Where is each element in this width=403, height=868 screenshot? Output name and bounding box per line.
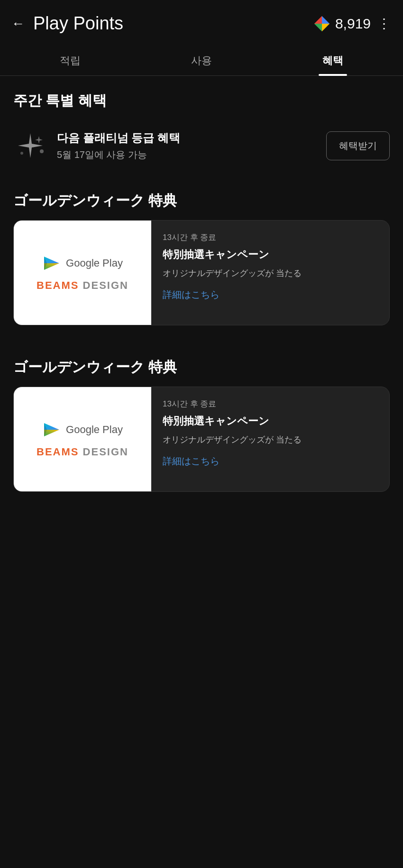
card-1-expires: 13시간 후 종료 bbox=[163, 232, 378, 243]
golden-week-card-2[interactable]: Google Play BEAMS DESIGN 13시간 후 종료 特別抽選キ… bbox=[13, 387, 390, 492]
play-diamond-icon bbox=[313, 15, 330, 32]
weekly-benefit-row: 다음 플래티넘 등급 혜택 5월 17일에 사용 가능 혜택받기 bbox=[0, 120, 403, 171]
svg-marker-1 bbox=[322, 16, 330, 23]
card-2-title: 特別抽選キャンペーン bbox=[163, 414, 378, 429]
golden-week-card-2-section: Google Play BEAMS DESIGN 13시간 후 종료 特別抽選キ… bbox=[0, 387, 403, 509]
tab-bar: 적립 사용 혜택 bbox=[0, 43, 403, 76]
card-2-sub: オリジナルデザイングッズが 当たる bbox=[163, 434, 378, 446]
google-play-logo-1: Google Play bbox=[42, 254, 123, 273]
weekly-section-title: 주간 특별 혜택 bbox=[0, 76, 403, 120]
beams-design-text-1: BEAMS DESIGN bbox=[37, 279, 128, 292]
card-1-info: 13시간 후 종료 特別抽選キャンペーン オリジナルデザイングッズが 当たる 詳… bbox=[151, 221, 389, 325]
card-1-link[interactable]: 詳細はこちら bbox=[163, 288, 378, 301]
google-play-text-2: Google Play bbox=[66, 424, 123, 436]
weekly-benefit-sub: 5월 17일에 사용 가능 bbox=[57, 148, 317, 161]
svg-point-6 bbox=[20, 152, 23, 155]
svg-point-5 bbox=[40, 149, 44, 153]
svg-marker-2 bbox=[314, 16, 322, 23]
tab-earn[interactable]: 적립 bbox=[5, 43, 136, 75]
google-play-text-1: Google Play bbox=[66, 257, 123, 269]
header: ← Play Points 8,919 ⋮ bbox=[0, 0, 403, 43]
golden-week-2-title: ゴールデンウィーク 特典 bbox=[0, 342, 403, 387]
card-2-image: Google Play BEAMS DESIGN bbox=[14, 387, 151, 491]
weekly-benefit-title: 다음 플래티넘 등급 혜택 bbox=[57, 130, 317, 146]
weekly-benefit-text: 다음 플래티넘 등급 혜택 5월 17일에 사용 가능 bbox=[57, 130, 317, 161]
page-title: Play Points bbox=[33, 13, 313, 34]
card-2-info: 13시간 후 종료 特別抽選キャンペーン オリジナルデザイングッズが 当たる 詳… bbox=[151, 387, 389, 491]
points-value: 8,919 bbox=[335, 16, 371, 32]
points-area: 8,919 bbox=[313, 15, 371, 32]
more-options-button[interactable]: ⋮ bbox=[377, 16, 392, 31]
back-button[interactable]: ← bbox=[11, 16, 25, 31]
card-1-sub: オリジナルデザイングッズが 当たる bbox=[163, 267, 378, 280]
google-play-logo-2: Google Play bbox=[42, 420, 123, 439]
golden-week-card-1-section: Google Play BEAMS DESIGN 13시간 후 종료 特別抽選キ… bbox=[0, 220, 403, 342]
golden-week-1-title: ゴールデンウィーク 特典 bbox=[0, 176, 403, 220]
card-1-image: Google Play BEAMS DESIGN bbox=[14, 221, 151, 325]
claim-benefit-button[interactable]: 혜택받기 bbox=[326, 131, 390, 160]
card-2-expires: 13시간 후 종료 bbox=[163, 398, 378, 409]
golden-week-card-1[interactable]: Google Play BEAMS DESIGN 13시간 후 종료 特別抽選キ… bbox=[13, 220, 390, 325]
card-2-link[interactable]: 詳細はこちら bbox=[163, 455, 378, 468]
play-triangle-icon-2 bbox=[42, 420, 61, 439]
play-triangle-icon-1 bbox=[42, 254, 61, 273]
svg-marker-3 bbox=[322, 24, 330, 31]
card-1-title: 特別抽選キャンペーン bbox=[163, 248, 378, 262]
tab-benefits[interactable]: 혜택 bbox=[267, 43, 398, 75]
tab-use[interactable]: 사용 bbox=[136, 43, 267, 75]
sparkle-icon bbox=[13, 129, 47, 163]
svg-marker-4 bbox=[314, 24, 322, 31]
beams-design-text-2: BEAMS DESIGN bbox=[37, 446, 128, 458]
